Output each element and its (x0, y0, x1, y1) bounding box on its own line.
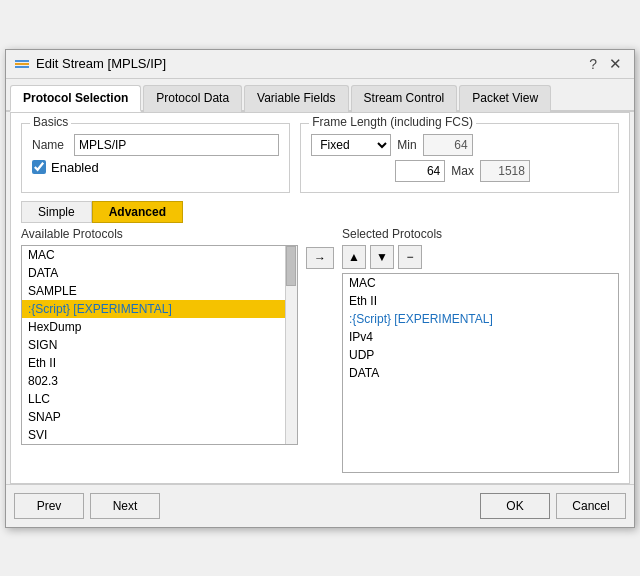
protocols-row: Available Protocols MAC DATA SAMPLE :{Sc… (21, 227, 619, 473)
list-item[interactable]: Eth II (343, 292, 618, 310)
list-item[interactable]: SAMPLE (22, 282, 285, 300)
remove-protocol-button[interactable]: − (398, 245, 422, 269)
tab-protocol-data[interactable]: Protocol Data (143, 85, 242, 112)
svg-rect-2 (15, 66, 29, 68)
dialog: Edit Stream [MPLS/IP] ? ✕ Protocol Selec… (5, 49, 635, 528)
help-button[interactable]: ? (589, 56, 597, 72)
enabled-row: Enabled (32, 160, 279, 175)
list-item[interactable]: 802.3 (22, 372, 285, 390)
max-input[interactable] (480, 160, 530, 182)
frame-type-select[interactable]: Fixed Random Auto (311, 134, 391, 156)
tab-variable-fields[interactable]: Variable Fields (244, 85, 348, 112)
available-scrollbar-thumb[interactable] (286, 246, 296, 286)
next-button[interactable]: Next (90, 493, 160, 519)
tab-protocol-selection[interactable]: Protocol Selection (10, 85, 141, 112)
list-item[interactable]: DATA (343, 364, 618, 382)
main-content: Basics Name Enabled Frame Length (includ… (10, 112, 630, 484)
basics-label: Basics (30, 115, 71, 129)
list-item[interactable]: UDP (343, 346, 618, 364)
prev-button[interactable]: Prev (14, 493, 84, 519)
available-protocols-list[interactable]: MAC DATA SAMPLE :{Script} [EXPERIMENTAL]… (22, 246, 285, 444)
add-protocol-button[interactable]: → (306, 247, 334, 269)
mode-bar: Simple Advanced (21, 201, 619, 223)
close-button[interactable]: ✕ (605, 56, 626, 71)
titlebar-buttons: ? ✕ (589, 56, 626, 72)
name-label: Name (32, 138, 68, 152)
svg-rect-1 (15, 63, 29, 65)
list-item[interactable]: DATA (22, 264, 285, 282)
svg-rect-0 (15, 60, 29, 62)
ok-button[interactable]: OK (480, 493, 550, 519)
list-item[interactable]: Eth II (22, 354, 285, 372)
tab-packet-view[interactable]: Packet View (459, 85, 551, 112)
add-protocol-col: → (306, 227, 334, 269)
top-sections: Basics Name Enabled Frame Length (includ… (21, 123, 619, 193)
move-up-button[interactable]: ▲ (342, 245, 366, 269)
name-input[interactable] (74, 134, 279, 156)
footer: Prev Next OK Cancel (6, 484, 634, 527)
list-item[interactable]: IPv4 (343, 328, 618, 346)
footer-right: OK Cancel (480, 493, 626, 519)
min-input[interactable] (423, 134, 473, 156)
enabled-label: Enabled (51, 160, 99, 175)
frame-value-row: Max (311, 160, 608, 182)
list-item[interactable]: HexDump (22, 318, 285, 336)
frame-type-row: Fixed Random Auto Min (311, 134, 608, 156)
list-item[interactable]: MAC (343, 274, 618, 292)
selected-controls: ▲ ▼ − (342, 245, 619, 269)
max-label: Max (451, 164, 474, 178)
tab-bar: Protocol Selection Protocol Data Variabl… (6, 79, 634, 112)
frame-length-label: Frame Length (including FCS) (309, 115, 476, 129)
dialog-title: Edit Stream [MPLS/IP] (36, 56, 166, 71)
list-item[interactable]: MAC (22, 246, 285, 264)
selected-protocols-list[interactable]: MAC Eth II :{Script} [EXPERIMENTAL] IPv4… (343, 274, 618, 472)
available-scrollbar[interactable] (285, 246, 297, 444)
available-protocols-panel: Available Protocols MAC DATA SAMPLE :{Sc… (21, 227, 298, 445)
tab-stream-control[interactable]: Stream Control (351, 85, 458, 112)
move-down-button[interactable]: ▼ (370, 245, 394, 269)
min-label: Min (397, 138, 416, 152)
stream-icon (14, 56, 30, 72)
frame-length-section: Frame Length (including FCS) Fixed Rando… (300, 123, 619, 193)
cancel-button[interactable]: Cancel (556, 493, 626, 519)
list-item[interactable]: :{Script} [EXPERIMENTAL] (22, 300, 285, 318)
simple-mode-button[interactable]: Simple (21, 201, 92, 223)
list-item[interactable]: LLC (22, 390, 285, 408)
name-row: Name (32, 134, 279, 156)
available-protocols-label: Available Protocols (21, 227, 298, 241)
titlebar-left: Edit Stream [MPLS/IP] (14, 56, 166, 72)
titlebar: Edit Stream [MPLS/IP] ? ✕ (6, 50, 634, 79)
footer-left: Prev Next (14, 493, 160, 519)
selected-protocols-label: Selected Protocols (342, 227, 619, 241)
enabled-checkbox[interactable] (32, 160, 46, 174)
list-item[interactable]: SIGN (22, 336, 285, 354)
list-item[interactable]: :{Script} [EXPERIMENTAL] (343, 310, 618, 328)
selected-protocols-panel: Selected Protocols ▲ ▼ − MAC Eth II :{Sc… (342, 227, 619, 473)
selected-protocols-list-wrapper: MAC Eth II :{Script} [EXPERIMENTAL] IPv4… (342, 273, 619, 473)
advanced-mode-button[interactable]: Advanced (92, 201, 183, 223)
basics-section: Basics Name Enabled (21, 123, 290, 193)
list-item[interactable]: SVI (22, 426, 285, 444)
list-item[interactable]: SNAP (22, 408, 285, 426)
fixed-value-input[interactable] (395, 160, 445, 182)
available-protocols-list-wrapper: MAC DATA SAMPLE :{Script} [EXPERIMENTAL]… (21, 245, 298, 445)
